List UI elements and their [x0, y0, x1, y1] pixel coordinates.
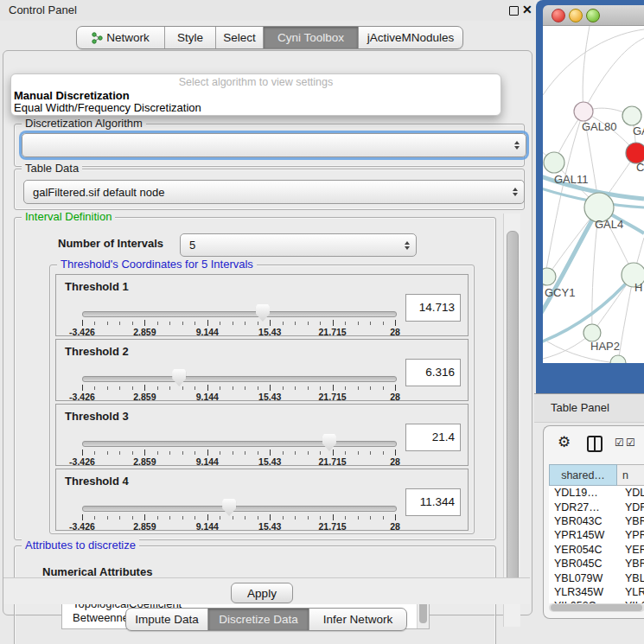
- table-row[interactable]: YBR045CYBR0: [549, 557, 644, 571]
- table-row[interactable]: YER054CYER0: [549, 543, 644, 557]
- tab-select[interactable]: Select: [215, 27, 263, 48]
- network-node-label: C: [636, 161, 644, 174]
- network-canvas[interactable]: GAL80GACGAL11GAL4GCY1HHAP2: [543, 26, 644, 363]
- threshold-2-slider[interactable]: -3.4262.8599.14415.4321.71528: [82, 374, 395, 400]
- slider-track[interactable]: [82, 441, 397, 447]
- table-row[interactable]: YDL19…YDL1: [549, 486, 644, 500]
- checkbox-icon[interactable]: ☑: [626, 437, 635, 449]
- table-hscrollbar-track[interactable]: [549, 603, 644, 612]
- network-node[interactable]: [622, 106, 641, 125]
- float-window-icon[interactable]: [509, 6, 519, 16]
- table-row[interactable]: YLR345WYLR3: [549, 585, 644, 599]
- network-edge[interactable]: [583, 38, 644, 112]
- panel-title: Control Panel: [9, 3, 77, 16]
- cell-name[interactable]: YPR1: [617, 529, 644, 541]
- popup-item-equal-width-frequency[interactable]: Equal Width/Frequency Discretization: [14, 101, 201, 114]
- cell-shared-name[interactable]: YBR045C: [549, 558, 617, 570]
- tab-network[interactable]: Network: [77, 27, 164, 48]
- cell-shared-name[interactable]: YLR345W: [549, 586, 617, 598]
- apply-button[interactable]: Apply: [231, 583, 293, 603]
- slider-tick-label: 21.715: [319, 392, 347, 402]
- network-edge-highlighted[interactable]: [543, 207, 599, 322]
- tab-infer-network[interactable]: Infer Network: [309, 609, 406, 630]
- threshold-3-value-field[interactable]: 21.4: [405, 424, 461, 451]
- split-columns-icon[interactable]: [587, 436, 603, 452]
- slider-tick: [94, 516, 95, 520]
- threshold-1-value-field[interactable]: 14.713: [405, 294, 461, 322]
- tab-jactivemnodules[interactable]: jActiveMNodules: [358, 27, 462, 48]
- table-data-combo[interactable]: galFiltered.sif default node: [23, 180, 525, 204]
- tab-discretize-data[interactable]: Discretize Data: [207, 609, 309, 630]
- cell-name[interactable]: YDR2: [617, 501, 644, 513]
- table-panel-toolbar: ⚙ ☑ ☑: [544, 426, 644, 461]
- cell-shared-name[interactable]: YPR145W: [549, 529, 617, 541]
- network-node[interactable]: [574, 102, 593, 121]
- slider-tick-labels: -3.4262.8599.14415.4321.71528: [82, 392, 395, 400]
- tab-cyni-toolbox[interactable]: Cyni Toolbox: [263, 27, 358, 48]
- network-node[interactable]: [543, 268, 556, 285]
- cell-shared-name[interactable]: YBR043C: [549, 515, 617, 527]
- cell-shared-name[interactable]: YER054C: [549, 544, 617, 556]
- threshold-3-slider[interactable]: -3.4262.8599.14415.4321.71528: [82, 439, 395, 465]
- cell-shared-name[interactable]: YDR27…: [549, 501, 617, 513]
- network-edge[interactable]: [543, 29, 644, 95]
- popup-item-manual-discretization[interactable]: Manual Discretization: [14, 89, 130, 102]
- slider-tick: [82, 320, 83, 326]
- close-icon[interactable]: ✕: [522, 3, 532, 16]
- slider-tick: [132, 386, 133, 390]
- slider-tick: [94, 451, 95, 455]
- table-row[interactable]: YBL079WYBL0: [549, 571, 644, 584]
- slider-tick-label: -3.426: [69, 456, 95, 467]
- number-of-intervals-combo[interactable]: 5: [180, 233, 417, 257]
- slider-ticks: [82, 514, 395, 521]
- checkbox-icon[interactable]: ☑: [615, 437, 624, 449]
- cell-name[interactable]: YDL1: [617, 487, 644, 499]
- network-node[interactable]: [610, 355, 626, 363]
- cell-name[interactable]: YBR0: [617, 515, 644, 527]
- slider-track[interactable]: [82, 376, 397, 382]
- cell-shared-name[interactable]: YBL079W: [549, 572, 617, 584]
- network-node[interactable]: [544, 152, 564, 173]
- panel-scrollbar-thumb[interactable]: [507, 231, 519, 600]
- cell-name[interactable]: YBR0: [617, 558, 644, 570]
- slider-tick: [182, 322, 183, 325]
- threshold-2-value-field[interactable]: 6.316: [405, 359, 461, 386]
- algorithm-combo[interactable]: [22, 133, 526, 157]
- slider-track[interactable]: [82, 311, 397, 317]
- zoom-traffic-light-icon[interactable]: [586, 9, 600, 22]
- slider-thumb[interactable]: [172, 369, 186, 386]
- table-hscrollbar-thumb[interactable]: [551, 604, 642, 611]
- slider-tick: [194, 451, 195, 455]
- network-node[interactable]: [583, 324, 601, 341]
- table-row[interactable]: YPR145WYPR1: [549, 528, 644, 542]
- table-row[interactable]: YDR27…YDR2: [549, 500, 644, 513]
- threshold-4-slider[interactable]: -3.4262.8599.14415.4321.71528: [82, 504, 395, 530]
- threshold-3-label: Threshold 3: [65, 410, 129, 423]
- tab-impute-data[interactable]: Impute Data: [126, 609, 207, 630]
- popup-prompt-item[interactable]: Select algorithm to view settings: [11, 76, 501, 88]
- column-header-shared-name[interactable]: shared…: [549, 464, 617, 486]
- table-row[interactable]: YBR043CYBR0: [549, 514, 644, 528]
- cell-shared-name[interactable]: YDL19…: [549, 487, 617, 499]
- slider-track[interactable]: [82, 506, 397, 512]
- threshold-1-slider[interactable]: -3.4262.8599.14415.4321.71528: [82, 309, 395, 335]
- slider-thumb[interactable]: [256, 304, 270, 322]
- slider-tick: [270, 320, 271, 326]
- cell-name[interactable]: YER0: [617, 544, 644, 556]
- gear-icon[interactable]: ⚙: [558, 433, 571, 451]
- slider-tick: [358, 386, 359, 390]
- column-header-name[interactable]: n: [617, 464, 644, 486]
- network-edge[interactable]: [583, 26, 590, 112]
- table-body[interactable]: YDL19…YDL1YDR27…YDR2YBR043CYBR0YPR145WYP…: [549, 486, 644, 603]
- minimize-traffic-light-icon[interactable]: [569, 9, 583, 22]
- slider-thumb[interactable]: [222, 499, 236, 516]
- slider-tick: [283, 451, 284, 455]
- panel-scrollbar-track[interactable]: [503, 214, 520, 627]
- cell-name[interactable]: YLR3: [617, 586, 644, 598]
- slider-tick: [320, 322, 321, 325]
- tab-style[interactable]: Style: [164, 27, 215, 48]
- threshold-4-value-field[interactable]: 11.344: [405, 488, 461, 516]
- slider-thumb[interactable]: [322, 434, 336, 451]
- close-traffic-light-icon[interactable]: [552, 9, 565, 22]
- cell-name[interactable]: YBL0: [617, 572, 644, 584]
